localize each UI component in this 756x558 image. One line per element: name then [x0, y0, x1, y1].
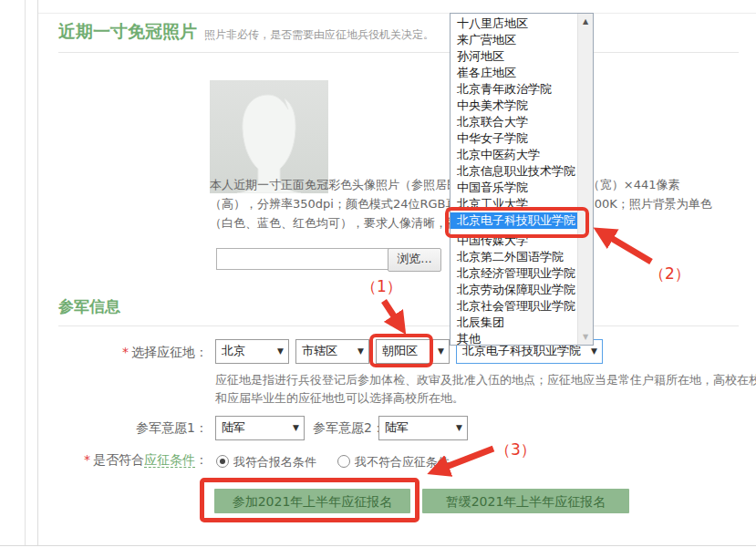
list-item[interactable]: 十八里店地区	[450, 16, 577, 32]
list-item[interactable]: 北京劳动保障职业学院	[450, 282, 577, 298]
annotation-box-submit	[200, 478, 419, 522]
annotation-box-district	[369, 334, 433, 367]
browse-button[interactable]: 浏览...	[388, 248, 441, 272]
city-select[interactable]: 市辖区 ▼	[295, 339, 369, 364]
school-dropdown-list: 十八里店地区 来广营地区 孙河地区 崔各庄地区 北京青年政治学院 中央美术学院 …	[450, 13, 594, 346]
list-item[interactable]: 崔各庄地区	[450, 65, 577, 81]
not-eligible-radio[interactable]	[337, 455, 350, 468]
page-bottom-border	[0, 545, 756, 546]
arrow-2	[606, 235, 651, 262]
list-item[interactable]: 来广营地区	[450, 32, 577, 48]
chevron-down-icon: ▼	[438, 340, 444, 363]
province-select[interactable]: 北京 ▼	[215, 339, 289, 364]
photo-section-subtitle: 照片非必传，是否需要由应征地兵役机关决定。	[204, 27, 434, 43]
scroll-up-icon[interactable]: ▲	[578, 14, 593, 29]
chevron-down-icon: ▼	[357, 340, 364, 363]
not-eligible-radio-label: 我不符合应征条件	[355, 454, 450, 470]
chevron-down-icon: ▼	[277, 340, 284, 363]
service-section-title: 参军信息	[58, 296, 120, 317]
list-item[interactable]: 北京第二外国语学院	[450, 249, 577, 265]
photo-file-input[interactable]	[216, 248, 389, 270]
content-top-border	[38, 13, 756, 14]
list-scrollbar[interactable]: ▲ ▼	[577, 14, 593, 345]
list-item[interactable]: 北京中医药大学	[450, 147, 577, 163]
list-item[interactable]: 中国音乐学院	[450, 180, 577, 196]
wish1-label: 参军意愿1：	[0, 420, 208, 437]
enlistment-form-page: 近期一寸免冠照片 照片非必传，是否需要由应征地兵役机关决定。 本人近期一寸正面免…	[0, 0, 756, 558]
eligible-radio-label: 我符合报名条件	[233, 454, 316, 470]
annotation-box-selected-school	[445, 207, 589, 238]
location-label: *选择应征地：	[0, 345, 208, 361]
eligible-radio[interactable]	[216, 455, 229, 468]
scroll-down-icon[interactable]: ▼	[578, 329, 593, 345]
annotation-label-3: （3）	[495, 439, 536, 460]
list-item[interactable]: 北京社会管理职业学院	[450, 298, 577, 315]
wish2-label: 参军意愿2：	[313, 420, 385, 437]
photo-section-divider	[58, 52, 739, 53]
chevron-down-icon: ▼	[293, 417, 299, 439]
wish1-select[interactable]: 陆军 ▼	[215, 416, 305, 440]
list-item[interactable]: 中央美术学院	[450, 98, 577, 114]
list-item[interactable]: 孙河地区	[450, 48, 577, 65]
list-item[interactable]: 北京青年政治学院	[450, 81, 577, 98]
service-section-divider	[58, 326, 739, 326]
list-item[interactable]: 中华女子学院	[450, 130, 577, 147]
list-item[interactable]: 北京信息职业技术学院	[450, 163, 577, 180]
list-item[interactable]: 其他	[450, 331, 577, 347]
eligibility-label: *是否符合应征条件：	[0, 452, 208, 469]
annotation-label-1: （1）	[361, 276, 402, 297]
arrow-1	[384, 301, 398, 322]
required-asterisk: *	[122, 345, 129, 359]
list-item[interactable]: 北京经济管理职业学院	[450, 265, 577, 282]
wish2-select[interactable]: 陆军 ▼	[378, 416, 468, 440]
required-asterisk: *	[84, 452, 90, 467]
annotation-label-2: （2）	[649, 264, 690, 284]
chevron-down-icon: ▼	[456, 417, 462, 439]
defer-enlistment-button[interactable]: 暂缓2021年上半年应征报名	[422, 489, 629, 513]
list-item[interactable]: 北京联合大学	[450, 114, 577, 130]
location-help-text: 应征地是指进行兵役登记后参加体检、政审及批准入伍的地点；应征地应当是常住户籍所在…	[215, 371, 756, 408]
photo-section-title: 近期一寸免冠照片	[58, 20, 197, 44]
list-item[interactable]: 北辰集团	[450, 315, 577, 331]
eligibility-conditions-link[interactable]: 应征条件	[144, 452, 195, 468]
